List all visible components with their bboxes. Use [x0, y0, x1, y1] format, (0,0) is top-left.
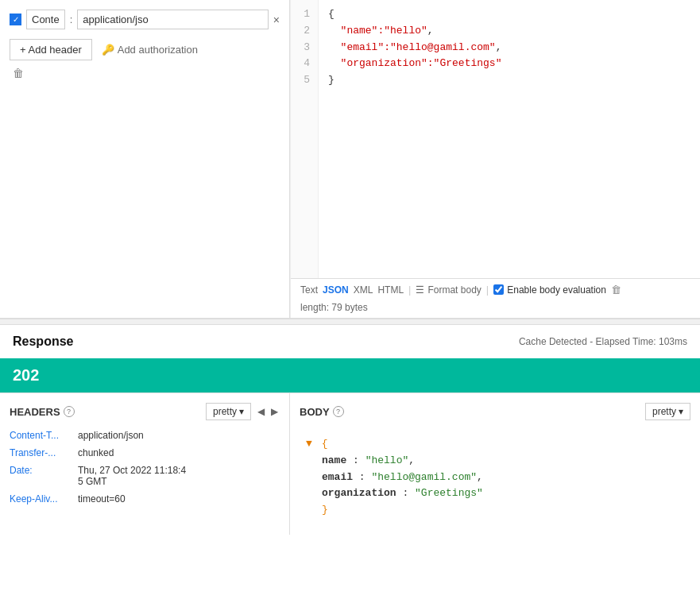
header-row: Conte : application/jso × [10, 10, 280, 29]
length-info: length: 79 bytes [291, 300, 700, 318]
header-val-date: Thu, 27 Oct 2022 11:18:45 GMT [78, 465, 186, 487]
response-title: Response [13, 334, 73, 349]
header-name-date: Date: [10, 465, 73, 487]
header-val-content-type: application/json [78, 430, 144, 441]
line-num-3: 3 [299, 40, 310, 56]
key-icon: 🔑 [102, 44, 114, 56]
json-org-key: organization [322, 487, 396, 499]
headers-pretty-label: pretty [213, 406, 237, 417]
request-panel: Conte : application/jso × + Add header 🔑… [0, 0, 700, 319]
json-email-val: "hello@gamil.com" [371, 471, 477, 483]
body-json-content: ▼ { name : "hello", email : "hello@gamil… [300, 430, 690, 525]
tree-collapse-arrow[interactable]: ▼ [306, 438, 312, 450]
format-body-label: Format body [427, 284, 481, 296]
delete-row: 🗑 [10, 67, 280, 79]
header-enabled-checkbox[interactable] [10, 14, 21, 25]
headers-help-icon[interactable]: ? [64, 406, 75, 417]
line-num-1: 1 [299, 6, 310, 23]
add-authorization-link[interactable]: 🔑 Add authorization [102, 44, 198, 56]
response-body-panel: BODY ? pretty ▾ ▼ { name : "hello", [290, 393, 700, 535]
line-num-2: 2 [299, 23, 310, 40]
enable-eval-label: Enable body evaluation [493, 284, 606, 296]
enable-eval-checkbox[interactable] [493, 284, 504, 295]
headers-title-row: HEADERS ? pretty ▾ ◀ ▶ [10, 403, 280, 420]
body-chevron-icon: ▾ [679, 406, 683, 417]
tab-text[interactable]: Text [300, 284, 318, 296]
header-name-transfer: Transfer-... [10, 447, 73, 458]
tab-json[interactable]: JSON [323, 284, 349, 296]
response-section: Response Cache Detected - Elapsed Time: … [0, 325, 700, 535]
header-name-content-type: Content-T... [10, 430, 73, 441]
header-key-input[interactable]: Conte [26, 10, 65, 29]
header-colon: : [70, 14, 73, 25]
header-name-keepalive: Keep-Aliv... [10, 493, 73, 505]
headers-pretty-select[interactable]: pretty ▾ [206, 403, 251, 420]
header-value-input[interactable]: application/jso [77, 10, 268, 29]
header-transfer-encoding: Transfer-... chunked [10, 447, 280, 458]
header-val-transfer: chunked [78, 447, 114, 458]
section-divider [0, 319, 700, 325]
code-text[interactable]: { "name":"hello", "email":"hello@gamil.c… [319, 0, 700, 278]
tab-html[interactable]: HTML [377, 284, 404, 296]
format-body-button[interactable]: ☰ Format body [416, 284, 481, 296]
format-body-icon: ☰ [416, 284, 424, 296]
body-pretty-select[interactable]: pretty ▾ [645, 403, 690, 420]
header-val-keepalive: timeout=60 [78, 493, 126, 505]
headers-chevron-icon: ▾ [239, 406, 244, 417]
status-bar: 202 [0, 358, 700, 392]
response-header: Response Cache Detected - Elapsed Time: … [0, 325, 700, 358]
actions-row: + Add header 🔑 Add authorization [10, 39, 280, 60]
nav-left-arrow[interactable]: ◀ [256, 404, 266, 419]
delete-body-icon[interactable]: 🗑 [611, 284, 621, 296]
response-headers-panel: HEADERS ? pretty ▾ ◀ ▶ Content-T... [0, 393, 290, 535]
add-header-button[interactable]: + Add header [10, 39, 92, 60]
json-org-val: "Greetings" [415, 487, 483, 499]
body-title-row: BODY ? pretty ▾ [300, 403, 690, 420]
editor-toolbar: Text JSON XML HTML | ☰ Format body | Ena… [291, 278, 700, 300]
status-code: 202 [13, 366, 39, 384]
line-num-5: 5 [299, 72, 310, 89]
json-email-key: email [322, 471, 353, 483]
headers-panel-title: HEADERS [10, 406, 60, 418]
code-editor[interactable]: 1 2 3 4 5 { "name":"hello", "email":"hel… [291, 0, 700, 278]
add-auth-label: Add authorization [118, 44, 198, 56]
body-pretty-label: pretty [652, 406, 676, 417]
line-numbers: 1 2 3 4 5 [291, 0, 319, 278]
delete-header-icon[interactable]: 🗑 [13, 67, 24, 79]
header-date: Date: Thu, 27 Oct 2022 11:18:45 GMT [10, 465, 280, 487]
header-keep-alive: Keep-Aliv... timeout=60 [10, 493, 280, 505]
code-editor-panel: 1 2 3 4 5 { "name":"hello", "email":"hel… [290, 0, 700, 318]
header-content-type: Content-T... application/json [10, 430, 280, 441]
cache-info: Cache Detected - Elapsed Time: 103ms [519, 336, 687, 347]
header-close-button[interactable]: × [273, 14, 280, 26]
response-header-table: Content-T... application/json Transfer-.… [10, 430, 280, 505]
nav-right-arrow[interactable]: ▶ [269, 404, 280, 419]
body-panel-title: BODY [300, 406, 330, 418]
json-name-val: "hello" [365, 454, 409, 466]
nav-arrows: ◀ ▶ [256, 404, 280, 419]
response-panels: HEADERS ? pretty ▾ ◀ ▶ Content-T... [0, 392, 700, 535]
headers-editor: Conte : application/jso × + Add header 🔑… [0, 0, 290, 318]
json-name-key: name [322, 454, 346, 466]
tab-xml[interactable]: XML [354, 284, 373, 296]
line-num-4: 4 [299, 56, 310, 72]
body-help-icon[interactable]: ? [333, 406, 344, 417]
enable-eval-text: Enable body evaluation [507, 284, 606, 296]
